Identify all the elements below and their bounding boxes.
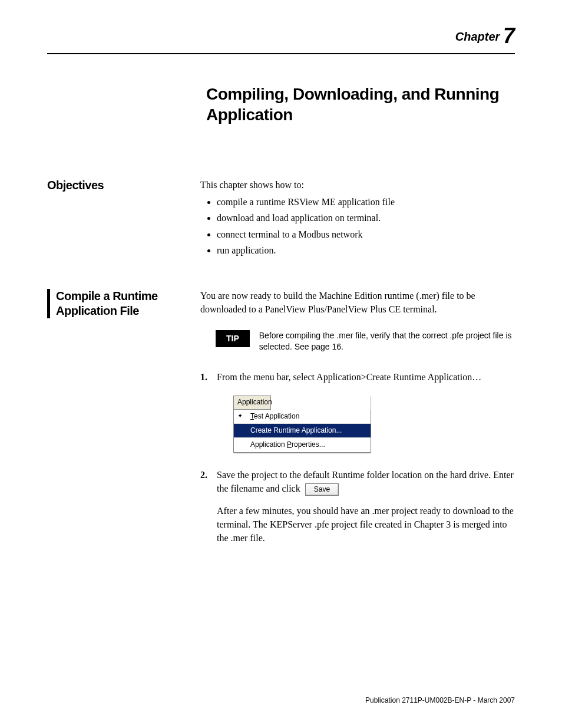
menu-item-label: Create Runtime Application...	[250, 426, 342, 434]
tip-text: Before compiling the .mer file, verify t…	[259, 330, 515, 353]
chapter-header: Chapter 7	[47, 24, 515, 48]
menu-item-mnemonic: P	[287, 440, 292, 449]
application-menu: Application ✦ Test Application Create Ru…	[233, 396, 370, 453]
menu-body: ✦ Test Application Create Runtime Applic…	[233, 410, 371, 453]
step-2-text-a: Save the project to the default Runtime …	[217, 470, 514, 493]
publication-footer: Publication 2711P-UM002B-EN-P - March 20…	[365, 696, 515, 704]
menu-item-test-application[interactable]: ✦ Test Application	[234, 410, 371, 424]
save-button[interactable]: Save	[305, 483, 339, 496]
menu-item-properties[interactable]: Application Properties...	[234, 438, 371, 452]
list-item: run application.	[217, 243, 515, 257]
page-title: Compiling, Downloading, and Running Appl…	[206, 84, 515, 125]
objectives-list: compile a runtime RSView ME application …	[200, 195, 515, 257]
header-rule	[47, 53, 515, 54]
compile-intro: You are now ready to build the Machine E…	[200, 289, 515, 316]
step-2-text-b: After a few minutes, you should have an …	[217, 504, 515, 545]
menu-item-rest: roperties...	[292, 440, 325, 449]
run-icon: ✦	[237, 411, 243, 421]
list-item: download and load application on termina…	[217, 211, 515, 225]
tip-label: TIP	[216, 330, 250, 347]
objectives-body: This chapter shows how to: compile a run…	[200, 178, 515, 259]
list-item: compile a runtime RSView ME application …	[217, 195, 515, 209]
steps-list: From the menu bar, select Application>Cr…	[200, 370, 515, 545]
step-1-text: From the menu bar, select Application>Cr…	[217, 372, 481, 382]
objectives-heading: Objectives	[47, 178, 200, 193]
tip-block: TIP Before compiling the .mer file, veri…	[216, 330, 515, 353]
section-objectives: Objectives This chapter shows how to: co…	[47, 178, 515, 259]
menu-item-rest: est Application	[254, 412, 299, 420]
chapter-label: Chapter	[455, 30, 500, 43]
step-1: From the menu bar, select Application>Cr…	[200, 370, 515, 453]
compile-body: You are now ready to build the Machine E…	[200, 289, 515, 555]
list-item: connect terminal to a Modbus network	[217, 228, 515, 241]
step-2: Save the project to the default Runtime …	[200, 468, 515, 545]
compile-heading: Compile a Runtime Application File	[47, 289, 200, 318]
section-compile: Compile a Runtime Application File You a…	[47, 289, 515, 555]
menu-item-create-runtime[interactable]: Create Runtime Application...	[234, 424, 371, 438]
objectives-intro: This chapter shows how to:	[200, 178, 515, 192]
menu-header[interactable]: Application	[233, 396, 271, 409]
chapter-number: 7	[503, 24, 515, 48]
menu-item-pre: Application	[250, 440, 287, 449]
